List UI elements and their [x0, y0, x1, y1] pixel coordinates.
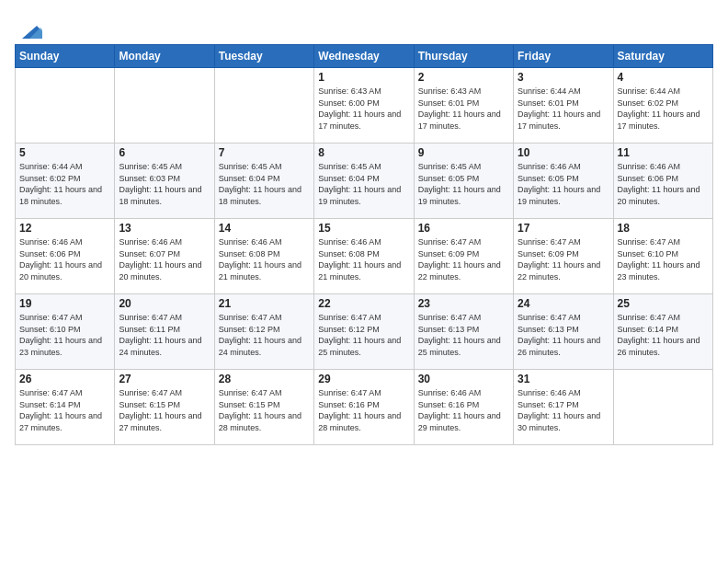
weekday-header-saturday: Saturday	[613, 45, 712, 68]
header	[15, 9, 713, 40]
calendar-cell: 16Sunrise: 6:47 AM Sunset: 6:09 PM Dayli…	[414, 219, 513, 294]
day-number: 19	[19, 297, 110, 310]
calendar-cell: 24Sunrise: 6:47 AM Sunset: 6:13 PM Dayli…	[514, 294, 613, 370]
calendar-cell: 12Sunrise: 6:46 AM Sunset: 6:06 PM Dayli…	[16, 219, 115, 294]
day-info: Sunrise: 6:46 AM Sunset: 6:06 PM Dayligh…	[19, 236, 110, 282]
calendar-cell: 29Sunrise: 6:47 AM Sunset: 6:16 PM Dayli…	[314, 370, 414, 445]
calendar-cell: 17Sunrise: 6:47 AM Sunset: 6:09 PM Dayli…	[514, 219, 613, 294]
day-number: 18	[618, 222, 709, 235]
calendar-cell: 25Sunrise: 6:47 AM Sunset: 6:14 PM Dayli…	[613, 294, 712, 370]
day-info: Sunrise: 6:46 AM Sunset: 6:17 PM Dayligh…	[518, 387, 609, 433]
day-info: Sunrise: 6:43 AM Sunset: 6:00 PM Dayligh…	[318, 86, 409, 132]
day-number: 25	[618, 297, 709, 310]
calendar-cell: 31Sunrise: 6:46 AM Sunset: 6:17 PM Dayli…	[514, 370, 613, 445]
day-number: 15	[318, 222, 409, 235]
weekday-header-wednesday: Wednesday	[314, 45, 414, 68]
logo	[15, 13, 44, 40]
calendar-cell: 27Sunrise: 6:47 AM Sunset: 6:15 PM Dayli…	[115, 370, 214, 445]
day-info: Sunrise: 6:45 AM Sunset: 6:04 PM Dayligh…	[318, 161, 409, 207]
calendar-cell: 26Sunrise: 6:47 AM Sunset: 6:14 PM Dayli…	[16, 370, 115, 445]
calendar-cell: 23Sunrise: 6:47 AM Sunset: 6:13 PM Dayli…	[414, 294, 513, 370]
calendar-cell	[16, 68, 115, 144]
day-info: Sunrise: 6:47 AM Sunset: 6:09 PM Dayligh…	[518, 236, 609, 282]
calendar-cell: 14Sunrise: 6:46 AM Sunset: 6:08 PM Dayli…	[214, 219, 313, 294]
week-row-4: 19Sunrise: 6:47 AM Sunset: 6:10 PM Dayli…	[16, 294, 713, 370]
day-number: 2	[418, 71, 509, 84]
day-number: 13	[119, 222, 210, 235]
day-number: 16	[418, 222, 509, 235]
calendar-cell: 2Sunrise: 6:43 AM Sunset: 6:01 PM Daylig…	[414, 68, 513, 144]
day-info: Sunrise: 6:44 AM Sunset: 6:02 PM Dayligh…	[618, 86, 709, 132]
day-info: Sunrise: 6:44 AM Sunset: 6:01 PM Dayligh…	[518, 86, 609, 132]
day-info: Sunrise: 6:47 AM Sunset: 6:15 PM Dayligh…	[119, 387, 210, 433]
day-info: Sunrise: 6:47 AM Sunset: 6:10 PM Dayligh…	[19, 312, 110, 358]
week-row-1: 1Sunrise: 6:43 AM Sunset: 6:00 PM Daylig…	[16, 68, 713, 144]
calendar-table: SundayMondayTuesdayWednesdayThursdayFrid…	[15, 44, 713, 445]
day-info: Sunrise: 6:43 AM Sunset: 6:01 PM Dayligh…	[418, 86, 509, 132]
day-number: 6	[119, 146, 210, 159]
week-row-5: 26Sunrise: 6:47 AM Sunset: 6:14 PM Dayli…	[16, 370, 713, 445]
day-info: Sunrise: 6:47 AM Sunset: 6:13 PM Dayligh…	[518, 312, 609, 358]
calendar-cell: 18Sunrise: 6:47 AM Sunset: 6:10 PM Dayli…	[613, 219, 712, 294]
day-number: 21	[219, 297, 310, 310]
calendar-cell: 20Sunrise: 6:47 AM Sunset: 6:11 PM Dayli…	[115, 294, 214, 370]
calendar-cell	[613, 370, 712, 445]
day-info: Sunrise: 6:46 AM Sunset: 6:05 PM Dayligh…	[518, 161, 609, 207]
calendar-cell: 7Sunrise: 6:45 AM Sunset: 6:04 PM Daylig…	[214, 144, 313, 219]
day-info: Sunrise: 6:46 AM Sunset: 6:07 PM Dayligh…	[119, 236, 210, 282]
calendar-cell: 8Sunrise: 6:45 AM Sunset: 6:04 PM Daylig…	[314, 144, 414, 219]
day-info: Sunrise: 6:47 AM Sunset: 6:16 PM Dayligh…	[318, 387, 409, 433]
day-number: 4	[618, 71, 709, 84]
day-info: Sunrise: 6:46 AM Sunset: 6:08 PM Dayligh…	[318, 236, 409, 282]
day-number: 12	[19, 222, 110, 235]
calendar-cell	[214, 68, 313, 144]
day-info: Sunrise: 6:45 AM Sunset: 6:04 PM Dayligh…	[219, 161, 310, 207]
day-number: 14	[219, 222, 310, 235]
weekday-header-friday: Friday	[514, 45, 613, 68]
day-info: Sunrise: 6:44 AM Sunset: 6:02 PM Dayligh…	[19, 161, 110, 207]
day-info: Sunrise: 6:47 AM Sunset: 6:15 PM Dayligh…	[219, 387, 310, 433]
day-number: 20	[119, 297, 210, 310]
day-info: Sunrise: 6:45 AM Sunset: 6:05 PM Dayligh…	[418, 161, 509, 207]
day-number: 27	[119, 373, 210, 385]
day-info: Sunrise: 6:47 AM Sunset: 6:10 PM Dayligh…	[618, 236, 709, 282]
calendar-cell: 15Sunrise: 6:46 AM Sunset: 6:08 PM Dayli…	[314, 219, 414, 294]
day-number: 9	[418, 146, 509, 159]
day-number: 26	[19, 373, 110, 385]
weekday-header-sunday: Sunday	[16, 45, 115, 68]
day-number: 5	[19, 146, 110, 159]
week-row-2: 5Sunrise: 6:44 AM Sunset: 6:02 PM Daylig…	[16, 144, 713, 219]
day-info: Sunrise: 6:47 AM Sunset: 6:09 PM Dayligh…	[418, 236, 509, 282]
calendar-cell: 30Sunrise: 6:46 AM Sunset: 6:16 PM Dayli…	[414, 370, 513, 445]
day-info: Sunrise: 6:47 AM Sunset: 6:14 PM Dayligh…	[19, 387, 110, 433]
calendar-cell: 28Sunrise: 6:47 AM Sunset: 6:15 PM Dayli…	[214, 370, 313, 445]
calendar-cell: 19Sunrise: 6:47 AM Sunset: 6:10 PM Dayli…	[16, 294, 115, 370]
page: SundayMondayTuesdayWednesdayThursdayFrid…	[0, 0, 728, 454]
calendar-cell: 9Sunrise: 6:45 AM Sunset: 6:05 PM Daylig…	[414, 144, 513, 219]
day-number: 3	[518, 71, 609, 84]
calendar-cell: 4Sunrise: 6:44 AM Sunset: 6:02 PM Daylig…	[613, 68, 712, 144]
day-info: Sunrise: 6:46 AM Sunset: 6:16 PM Dayligh…	[418, 387, 509, 433]
calendar-cell: 5Sunrise: 6:44 AM Sunset: 6:02 PM Daylig…	[16, 144, 115, 219]
day-info: Sunrise: 6:47 AM Sunset: 6:14 PM Dayligh…	[618, 312, 709, 358]
calendar-cell: 6Sunrise: 6:45 AM Sunset: 6:03 PM Daylig…	[115, 144, 214, 219]
day-number: 17	[518, 222, 609, 235]
day-info: Sunrise: 6:46 AM Sunset: 6:06 PM Dayligh…	[618, 161, 709, 207]
calendar-cell: 21Sunrise: 6:47 AM Sunset: 6:12 PM Dayli…	[214, 294, 313, 370]
calendar-cell: 3Sunrise: 6:44 AM Sunset: 6:01 PM Daylig…	[514, 68, 613, 144]
calendar-cell: 10Sunrise: 6:46 AM Sunset: 6:05 PM Dayli…	[514, 144, 613, 219]
day-info: Sunrise: 6:45 AM Sunset: 6:03 PM Dayligh…	[119, 161, 210, 207]
day-number: 10	[518, 146, 609, 159]
day-number: 1	[318, 71, 409, 84]
calendar-cell: 22Sunrise: 6:47 AM Sunset: 6:12 PM Dayli…	[314, 294, 414, 370]
calendar-cell	[115, 68, 214, 144]
day-number: 31	[518, 373, 609, 385]
weekday-header-monday: Monday	[115, 45, 214, 68]
day-info: Sunrise: 6:47 AM Sunset: 6:12 PM Dayligh…	[219, 312, 310, 358]
calendar-cell: 11Sunrise: 6:46 AM Sunset: 6:06 PM Dayli…	[613, 144, 712, 219]
calendar-cell: 13Sunrise: 6:46 AM Sunset: 6:07 PM Dayli…	[115, 219, 214, 294]
day-number: 8	[318, 146, 409, 159]
day-info: Sunrise: 6:47 AM Sunset: 6:13 PM Dayligh…	[418, 312, 509, 358]
day-info: Sunrise: 6:47 AM Sunset: 6:12 PM Dayligh…	[318, 312, 409, 358]
day-number: 28	[219, 373, 310, 385]
